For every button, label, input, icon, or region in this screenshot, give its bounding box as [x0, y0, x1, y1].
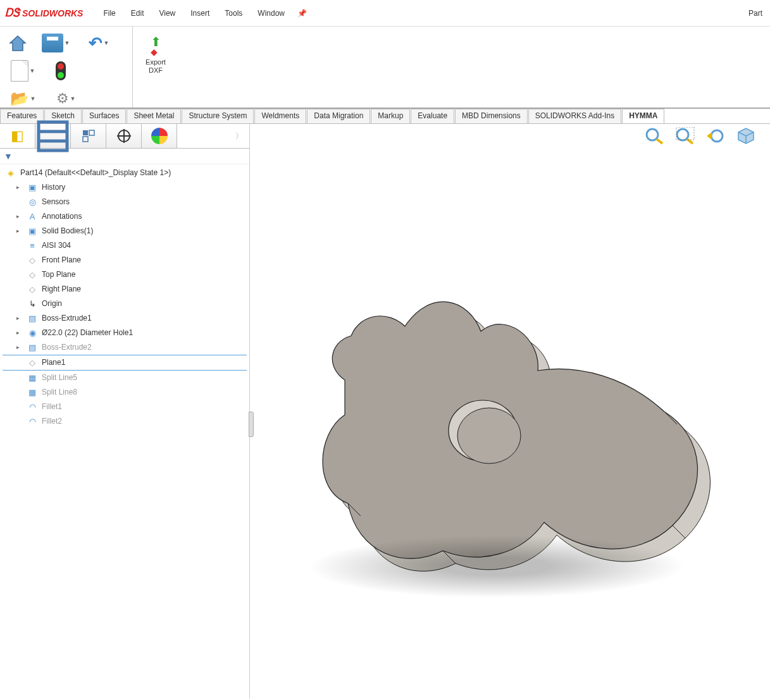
- command-manager-tabs: Features Sketch Surfaces Sheet Metal Str…: [0, 109, 770, 124]
- configuration-manager-tab[interactable]: [71, 124, 106, 148]
- zoom-to-area-button[interactable]: [674, 126, 697, 145]
- tree-node-origin[interactable]: ↳Origin: [3, 297, 247, 311]
- folder-icon: ▣: [27, 183, 38, 193]
- feature-manager-tab[interactable]: ◧: [0, 124, 35, 148]
- property-manager-tab[interactable]: [35, 124, 71, 148]
- app-name: SOLIDWORKS: [22, 8, 83, 18]
- tree-node-plane1[interactable]: ◇Plane1: [3, 355, 247, 371]
- rebuild-button[interactable]: [47, 58, 75, 83]
- main-content: ◧ 〉 ▼ ◈ Part14 (Default<<Default>_Displa…: [0, 124, 770, 699]
- tree-node-label: Boss-Extrude1: [42, 312, 92, 324]
- tree-node-label: Annotations: [42, 211, 82, 223]
- annot-icon: A: [27, 212, 38, 222]
- tab-markup[interactable]: Markup: [371, 109, 410, 123]
- expand-arrow-icon[interactable]: ▸: [16, 181, 23, 193]
- expand-arrow-icon[interactable]: ▸: [16, 341, 23, 353]
- fillet-icon: ◠: [27, 417, 38, 427]
- plane-icon: ◇: [27, 285, 38, 295]
- tab-weldments[interactable]: Weldments: [254, 109, 306, 123]
- tab-structure-system[interactable]: Structure System: [182, 109, 254, 123]
- tree-node-label: Split Line8: [42, 386, 77, 398]
- svg-rect-4: [89, 130, 94, 135]
- solid-icon: ▣: [27, 226, 38, 236]
- expand-arrow-icon[interactable]: ▸: [16, 312, 23, 324]
- tab-evaluate[interactable]: Evaluate: [411, 109, 454, 123]
- target-icon: [116, 128, 132, 144]
- tree-node-label: Sensors: [42, 196, 70, 208]
- save-button[interactable]: ▼: [37, 30, 75, 56]
- zoom-to-fit-button[interactable]: [643, 126, 666, 145]
- tree-node-right-plane[interactable]: ◇Right Plane: [3, 282, 247, 297]
- tree-node-label: AISI 304: [42, 240, 71, 252]
- export-icon: ⬆◆: [151, 34, 161, 57]
- tab-surfaces[interactable]: Surfaces: [82, 109, 126, 123]
- tree-node-top-plane[interactable]: ◇Top Plane: [3, 267, 247, 282]
- tree-node-split-line8[interactable]: ▦Split Line8: [3, 385, 247, 400]
- home-icon: [8, 34, 28, 52]
- expand-arrow-icon[interactable]: ▸: [16, 225, 23, 237]
- section-icon: [736, 127, 756, 145]
- menu-tools[interactable]: Tools: [217, 5, 250, 21]
- tree-node-front-plane[interactable]: ◇Front Plane: [3, 253, 247, 267]
- app-logo: ᎠᏕ SOLIDWORKS: [5, 6, 83, 20]
- dropdown-arrow-icon: ▼: [70, 95, 76, 102]
- menu-file[interactable]: File: [96, 5, 123, 21]
- dropdown-arrow-icon: ▼: [30, 68, 35, 74]
- expand-arrow-icon[interactable]: ▸: [16, 211, 23, 223]
- tree-node-sensors[interactable]: ◎Sensors: [3, 195, 247, 209]
- tree-node-label: Top Plane: [42, 269, 75, 281]
- tree-root-label: Part14 (Default<<Default>_Display State …: [20, 167, 171, 179]
- extrude-icon: ▧: [27, 314, 38, 324]
- home-button[interactable]: [4, 30, 32, 56]
- menu-view[interactable]: View: [151, 5, 183, 21]
- pin-icon[interactable]: 📌: [297, 9, 307, 18]
- panel-splitter-handle[interactable]: [249, 412, 254, 437]
- plane-icon: ◇: [27, 255, 38, 266]
- tree-node-split-line5[interactable]: ▦Split Line5: [3, 371, 247, 385]
- open-button[interactable]: 📂▼: [4, 86, 42, 111]
- origin-icon: ↳: [27, 299, 38, 309]
- sensor-icon: ◎: [27, 197, 38, 207]
- tab-mbd-dimensions[interactable]: MBD Dimensions: [455, 109, 528, 123]
- graphics-viewport[interactable]: [250, 124, 770, 699]
- export-dxf-button[interactable]: ⬆◆ ExportDXF: [140, 32, 171, 102]
- expand-arrow-icon[interactable]: ▸: [16, 327, 23, 339]
- menu-insert[interactable]: Insert: [183, 5, 217, 21]
- new-document-button[interactable]: ▼: [4, 58, 42, 83]
- tree-node-label: Fillet2: [42, 415, 62, 427]
- tab-data-migration[interactable]: Data Migration: [307, 109, 370, 123]
- split-icon: ▦: [27, 388, 38, 398]
- document-title: Part: [748, 9, 765, 18]
- tree-node-label: Front Plane: [42, 254, 81, 266]
- tree-root-part[interactable]: ◈ Part14 (Default<<Default>_Display Stat…: [3, 166, 247, 180]
- display-manager-tab[interactable]: [142, 124, 177, 148]
- menu-window[interactable]: Window: [250, 5, 292, 21]
- tree-node-boss-extrude2[interactable]: ▸▧Boss-Extrude2: [3, 340, 247, 355]
- tree-node-fillet2[interactable]: ◠Fillet2: [3, 414, 247, 429]
- gear-icon: ⚙: [56, 90, 69, 107]
- filter-icon[interactable]: ▼: [4, 151, 13, 161]
- appearance-icon: [151, 128, 168, 144]
- tree-node-label: Boss-Extrude2: [42, 341, 92, 353]
- tree-node-fillet1[interactable]: ◠Fillet1: [3, 400, 247, 414]
- collapse-pane-button[interactable]: 〉: [177, 124, 249, 148]
- options-button[interactable]: ⚙▼: [47, 86, 85, 111]
- ds-logo-icon: ᎠᏕ: [5, 6, 20, 20]
- tab-hymma[interactable]: HYMMA: [622, 109, 664, 123]
- tree-node-history[interactable]: ▸▣History: [3, 180, 247, 195]
- menu-edit[interactable]: Edit: [123, 5, 152, 21]
- svg-rect-3: [83, 130, 88, 135]
- dimxpert-manager-tab[interactable]: [106, 124, 142, 148]
- feature-manager-panel: ◧ 〉 ▼ ◈ Part14 (Default<<Default>_Displa…: [0, 124, 250, 699]
- tree-node--22-0-22-diameter-hole1[interactable]: ▸◉Ø22.0 (22) Diameter Hole1: [3, 326, 247, 340]
- tab-sheet-metal[interactable]: Sheet Metal: [127, 109, 181, 123]
- tree-node-boss-extrude1[interactable]: ▸▧Boss-Extrude1: [3, 311, 247, 326]
- tree-node-aisi-304[interactable]: ≡AISI 304: [3, 238, 247, 253]
- tree-node-solid-bodies-1-[interactable]: ▸▣Solid Bodies(1): [3, 224, 247, 238]
- tab-addins[interactable]: SOLIDWORKS Add-Ins: [528, 109, 621, 123]
- tree-node-annotations[interactable]: ▸AAnnotations: [3, 209, 247, 224]
- zoom-fit-icon: [645, 127, 665, 145]
- previous-view-button[interactable]: [704, 126, 727, 145]
- section-view-button[interactable]: [735, 126, 757, 145]
- undo-button[interactable]: ↶▼: [80, 30, 118, 56]
